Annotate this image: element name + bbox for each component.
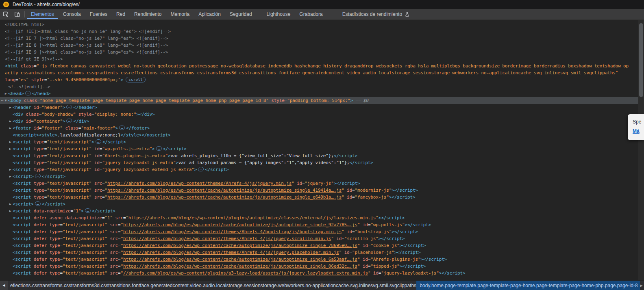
expand-children-ellipsis-icon[interactable]: …: [66, 119, 72, 123]
scrollbar-thumb[interactable]: [639, 23, 643, 97]
expand-arrow-icon[interactable]: ▶: [4, 90, 8, 97]
dom-node-line[interactable]: <script type="text/javascript" id="Ahref…: [0, 152, 644, 159]
code-tag: </script>: [381, 236, 405, 241]
dom-node-line[interactable]: ▶<script type="text/javascript" id="wp-p…: [0, 145, 644, 152]
dom-node-line[interactable]: lang="es" style="--vh: 9.450000000000001…: [0, 76, 644, 83]
dom-node-line[interactable]: ▶<script>…</script>: [0, 173, 644, 180]
inspect-element-button[interactable]: [0, 9, 11, 19]
code-tag: >: [63, 119, 65, 124]
crumb-scroll-left-button[interactable]: ◀: [0, 281, 8, 290]
dom-node-line[interactable]: <script defer type="text/javascript" src…: [0, 235, 644, 242]
dom-node-line[interactable]: <html class=" js flexbox canvas canvaste…: [0, 63, 644, 69]
dom-node-line[interactable]: <script defer type="text/javascript" src…: [0, 263, 644, 270]
tab-fuentes[interactable]: Fuentes: [85, 9, 112, 19]
code-resource-link[interactable]: https://ahrefs.com/blog/es/wp-content/pl…: [128, 215, 376, 221]
crumb-overflow-right-icon[interactable]: ▶: [640, 281, 644, 290]
dom-node-line[interactable]: <noscript><style>.lazyload{display:none;…: [0, 132, 644, 139]
tab-aplicaci-n[interactable]: Aplicación: [194, 9, 225, 19]
dom-node-line[interactable]: <script defer async data-noptimize="1" s…: [0, 214, 644, 221]
tab-elementos[interactable]: Elementos: [26, 9, 59, 19]
expand-children-ellipsis-icon[interactable]: …: [96, 139, 101, 144]
dom-node-line[interactable]: <div class="body-shadow" style="display:…: [0, 111, 644, 118]
expand-arrow-icon[interactable]: ▶: [8, 173, 12, 180]
dom-node-line[interactable]: <!--[if !IE]><html class="no-js non-ie" …: [0, 28, 644, 35]
dom-node-line[interactable]: acity cssanimations csscolumns cssgradie…: [0, 69, 644, 76]
expand-children-ellipsis-icon[interactable]: …: [198, 167, 204, 171]
code-attr-name: type: [47, 222, 60, 227]
expand-arrow-icon[interactable]: ▶: [8, 208, 12, 214]
code-attr-name: type: [31, 188, 44, 193]
expand-children-ellipsis-icon[interactable]: …: [85, 208, 91, 213]
tab-estad-sticas-de-rendimiento[interactable]: Estadísticas de rendimiento: [338, 9, 414, 19]
dom-node-line[interactable]: ▶<script>…</script>: [0, 201, 644, 208]
dom-node-line[interactable]: <script type="text/javascript" id="jquer…: [0, 159, 644, 166]
vertical-scrollbar[interactable]: [638, 20, 644, 280]
expand-children-ellipsis-icon[interactable]: …: [66, 105, 72, 109]
dom-node-line[interactable]: ▶<footer id="footer" class="main-footer"…: [0, 125, 644, 132]
expand-arrow-icon[interactable]: ▶: [8, 166, 12, 173]
tab-grabadora[interactable]: Grabadora: [295, 9, 327, 19]
collapse-arrow-icon[interactable]: ▼: [4, 97, 8, 104]
dom-node-line[interactable]: <script defer type="text/javascript" src…: [0, 256, 644, 263]
tab-rendimiento[interactable]: Rendimiento: [130, 9, 166, 19]
expand-children-ellipsis-icon[interactable]: …: [119, 126, 125, 130]
tab-memoria[interactable]: Memoria: [166, 9, 194, 19]
code-comment: <!--[if gt IE 9]><!-->: [5, 56, 63, 62]
dom-node-line[interactable]: <!--<![endif]-->: [0, 83, 644, 90]
code-attr-name: src: [107, 222, 118, 227]
expand-arrow-icon[interactable]: ▶: [8, 139, 12, 145]
node-more-actions-icon[interactable]: ⋯: [1, 97, 3, 104]
code-attr-name: id: [344, 229, 352, 234]
dom-node-line[interactable]: <script defer type="text/javascript" src…: [0, 221, 644, 228]
expand-children-ellipsis-icon[interactable]: …: [156, 146, 162, 151]
dom-node-line[interactable]: ▶<head>…</head>: [0, 90, 644, 97]
code-attr-name: src: [107, 264, 118, 269]
dom-node-line[interactable]: <script type="text/javascript" src="http…: [0, 180, 644, 187]
code-resource-link[interactable]: https://ahrefs.com/blog/es/wp-content/th…: [107, 181, 292, 186]
dom-node-line[interactable]: ▶<script type="text/javascript">…</scrip…: [0, 139, 644, 145]
dom-node-line[interactable]: <script defer type="text/javascript" src…: [0, 270, 644, 277]
expand-children-ellipsis-icon[interactable]: …: [25, 91, 31, 95]
expand-arrow-icon[interactable]: ▶: [8, 125, 12, 132]
tab-seguridad[interactable]: Seguridad: [225, 9, 257, 19]
dom-node-line[interactable]: ▶<header id="header">…</header>: [0, 104, 644, 111]
code-resource-link[interactable]: //ahrefs.com/blog/es/wp-content/plugins/…: [123, 271, 368, 276]
tab-consola[interactable]: Consola: [59, 9, 85, 19]
tab-red[interactable]: Red: [112, 9, 130, 19]
dom-node-line[interactable]: <script type="text/javascript" src="http…: [0, 187, 644, 194]
dom-node-line[interactable]: ▶<div id="container">…</div>: [0, 118, 644, 125]
code-resource-link[interactable]: https://ahrefs.com/blog/es/wp-content/th…: [123, 250, 339, 255]
code-resource-link[interactable]: https://ahrefs.com/blog/es/wp-content/th…: [123, 236, 331, 241]
dom-node-line[interactable]: <script type="text/javascript" src="http…: [0, 194, 644, 201]
dom-node-line[interactable]: <script defer type="text/javascript" src…: [0, 242, 644, 249]
code-resource-link[interactable]: https://ahrefs.com/blog/es/wp-content/ca…: [123, 264, 357, 269]
expand-arrow-icon[interactable]: ▶: [8, 104, 12, 111]
code-resource-link[interactable]: https://ahrefs.com/blog/es/wp-content/th…: [123, 229, 342, 234]
breadcrumb-html-classes[interactable]: eflections.csstransforms.csstransforms3d…: [8, 281, 417, 290]
dom-node-line[interactable]: ▶<script data-noptimize="1">…</script>: [0, 208, 644, 214]
expand-arrow-icon[interactable]: ▶: [8, 118, 12, 125]
tab-lighthouse[interactable]: Lighthouse: [262, 9, 295, 19]
expand-children-ellipsis-icon[interactable]: …: [35, 174, 41, 178]
dom-node-line[interactable]: ▶<script type="text/javascript" id="jque…: [0, 166, 644, 173]
toggle-device-toolbar-button[interactable]: [11, 9, 23, 19]
code-resource-link[interactable]: https://ahrefs.com/blog/es/wp-content/ca…: [123, 257, 357, 262]
code-resource-link[interactable]: https://ahrefs.com/blog/es/wp-content/ca…: [107, 188, 342, 193]
expand-arrow-icon[interactable]: ▶: [8, 145, 12, 152]
code-resource-link[interactable]: https://ahrefs.com/blog/es/wp-content/ca…: [107, 195, 342, 200]
breadcrumb-selected-body[interactable]: body.home.page-template.page-template-pa…: [416, 281, 640, 290]
dom-node-line[interactable]: <script defer type="text/javascript" src…: [0, 228, 644, 235]
code-resource-link[interactable]: https://ahrefs.com/blog/es/wp-content/ca…: [123, 243, 357, 248]
dom-node-line[interactable]: <!--[if IE 7 ]><html class="no-js ie7" l…: [0, 35, 644, 42]
popup-more-info-link[interactable]: Má: [633, 128, 640, 134]
dom-node-line[interactable]: <!--[if gt IE 9]><!-->: [0, 56, 644, 63]
expand-children-ellipsis-icon[interactable]: …: [35, 201, 41, 206]
dom-node-line-selected[interactable]: ⋯▼<body class="home page-template page-t…: [0, 97, 644, 104]
tab-label: Seguridad: [230, 11, 252, 17]
dom-node-line[interactable]: <!--[if IE 9 ]><html class="no-js ie9" l…: [0, 49, 644, 56]
dom-node-line[interactable]: <!DOCTYPE html>: [0, 21, 644, 28]
dom-node-line[interactable]: <script defer type="text/javascript" src…: [0, 249, 644, 256]
code-resource-link[interactable]: https://ahrefs.com/blog/es/wp-content/ca…: [123, 222, 357, 227]
dom-node-line[interactable]: <!--[if IE 8 ]><html class="no-js ie8" l…: [0, 42, 644, 49]
expand-arrow-icon[interactable]: ▶: [8, 201, 12, 208]
